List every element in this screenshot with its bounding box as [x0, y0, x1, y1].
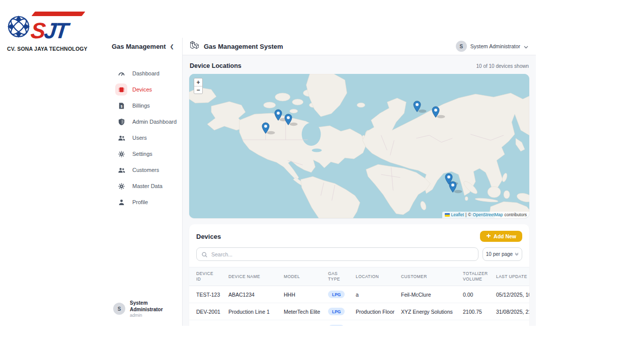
sidebar-item-label: Master Data [132, 183, 163, 189]
chip-icon [115, 83, 127, 96]
zoom-out-button[interactable]: − [194, 86, 202, 94]
sidebar-item-billings[interactable]: $Billings [103, 98, 182, 114]
device-id-cell: TEST-123 [189, 286, 222, 303]
column-header: CUSTOMER [395, 267, 457, 286]
device-locations-map[interactable]: + − Leaflet | © OpenStreetMap contributo… [189, 74, 529, 218]
model-cell: GasFlow Plus [278, 320, 322, 326]
sidebar-user[interactable]: S System Administrator admin [103, 295, 182, 326]
sidebar-collapse-icon[interactable]: ❮ [168, 43, 176, 50]
location-cell: Production Floor [350, 303, 395, 320]
gas-type-cell: LPG [322, 320, 350, 326]
sidebar-item-settings[interactable]: Settings [103, 146, 182, 162]
sidebar-item-label: Billings [132, 103, 150, 109]
last-update-cell: 31/08/2025, 21.53. [490, 303, 529, 320]
map-markers-layer [189, 74, 529, 218]
column-header: TOTALIZER VOLUME [457, 267, 490, 286]
invoice-icon: $ [115, 100, 127, 112]
map-section-title: Device Locations [190, 62, 242, 69]
device-id-cell: DEV-1842 [189, 320, 222, 326]
gas-type-cell: LPG [322, 286, 350, 303]
devices-title: Devices [196, 233, 221, 240]
column-header: DEVICE NAME [222, 267, 278, 286]
gauge-icon [115, 67, 127, 79]
totalizer-cell: 2100.75 [457, 303, 490, 320]
sidebar-title: Gas Management [112, 43, 166, 50]
person-icon [115, 196, 127, 208]
sidebar-nav: DashboardDevices$BillingsAdmin Dashboard… [103, 65, 182, 210]
sidebar-item-devices[interactable]: Devices [103, 81, 182, 98]
search-icon [201, 251, 208, 260]
sidebar-item-label: Devices [132, 86, 152, 93]
users-icon [115, 132, 127, 144]
devices-shown-status: 10 of 10 devices shown [476, 63, 529, 69]
sidebar-user-name: System Administrator [130, 300, 177, 313]
attribution-copyright: © [468, 212, 471, 217]
last-update-cell: 05/12/2025, 10.15. [490, 286, 529, 303]
openstreetmap-link[interactable]: OpenStreetMap [473, 212, 503, 217]
location-cell: Main Building [350, 320, 395, 326]
company-logo: SJT CV. SONA JAYA TECHNOLOGY [7, 10, 93, 52]
sidebar: Gas Management ❮ DashboardDevices$Billin… [103, 38, 183, 326]
sidebar-item-dashboard[interactable]: Dashboard [103, 65, 182, 81]
add-new-button[interactable]: Add New [480, 231, 522, 242]
location-cell: a [350, 286, 395, 303]
gas-type-badge: LPG [328, 325, 345, 326]
sidebar-item-label: Users [132, 135, 147, 141]
model-cell: MeterTech Elite [278, 303, 322, 320]
column-header: LOCATION [350, 267, 395, 286]
column-header: MODEL [278, 267, 322, 286]
device-id-cell: DEV-2001 [189, 303, 222, 320]
attribution-suffix: contributors [505, 212, 527, 217]
device-row[interactable]: DEV-2001Production Line 1MeterTech Elite… [189, 303, 529, 320]
gas-type-badge: LPG [328, 308, 345, 315]
map-marker[interactable] [414, 101, 421, 113]
search-input[interactable] [196, 247, 478, 261]
page-title: Gas Management System [204, 43, 283, 50]
gear-icon [115, 180, 127, 192]
map-marker[interactable] [275, 110, 282, 121]
sidebar-item-profile[interactable]: Profile [103, 194, 182, 210]
avatar: S [113, 303, 125, 315]
sidebar-item-users[interactable]: Users [103, 130, 182, 146]
users-icon [115, 164, 127, 176]
map-attribution: Leaflet | © OpenStreetMap contributors [442, 212, 529, 218]
main-area: Gas Management System S System Administr… [183, 38, 536, 326]
map-marker[interactable] [432, 107, 439, 118]
device-row[interactable]: TEST-123ABAC1234HHHLPGaFeil-McClure0.000… [189, 286, 529, 303]
device-name-cell: ABAC1234 [222, 286, 278, 303]
devices-table: DEVICE IDDEVICE NAMEMODELGAS TYPELOCATIO… [189, 267, 529, 326]
sidebar-item-label: Admin Dashboard [132, 119, 177, 125]
sidebar-item-customers[interactable]: Customers [103, 162, 182, 178]
model-cell: HHH [278, 286, 322, 303]
gear-icon [115, 148, 127, 160]
devices-card: Devices Add New [189, 224, 529, 326]
sidebar-item-master-data[interactable]: Master Data [103, 178, 182, 194]
zoom-in-button[interactable]: + [194, 78, 202, 86]
leaflet-link[interactable]: Leaflet [451, 212, 464, 217]
device-row[interactable]: DEV-1842cumque assumendaGasFlow PlusLPGM… [189, 320, 529, 326]
sidebar-item-label: Dashboard [132, 70, 159, 76]
plus-icon [486, 233, 491, 239]
last-update-cell: 13/08/2025, 01.41. [490, 320, 529, 326]
devices-table-wrap: DEVICE IDDEVICE NAMEMODELGAS TYPELOCATIO… [189, 267, 529, 326]
user-menu[interactable]: S System Administrator [456, 41, 528, 52]
sidebar-item-admin-dashboard[interactable]: Admin Dashboard [103, 114, 182, 130]
top-header: Gas Management System S System Administr… [183, 38, 536, 55]
sidebar-item-label: Settings [132, 151, 152, 157]
map-marker[interactable] [262, 123, 269, 134]
logo-text: SJT [30, 14, 69, 42]
laravel-logo-icon [190, 41, 199, 52]
customer-cell: Crooks-Stokes [395, 320, 457, 326]
select-chevron-icon [515, 251, 519, 257]
content-area: Device Locations 10 of 10 devices shown [183, 55, 536, 326]
chevron-down-icon [524, 42, 528, 51]
sidebar-item-label: Profile [132, 199, 148, 205]
company-name: CV. SONA JAYA TECHNOLOGY [7, 46, 93, 52]
device-name-cell: Production Line 1 [222, 303, 278, 320]
map-zoom-control: + − [194, 78, 203, 94]
totalizer-cell: 0.00 [457, 286, 490, 303]
totalizer-cell: 3166.73 [457, 320, 490, 326]
per-page-select[interactable]: 10 per page [482, 247, 522, 261]
map-marker[interactable] [285, 114, 292, 126]
map-marker[interactable] [449, 182, 456, 193]
